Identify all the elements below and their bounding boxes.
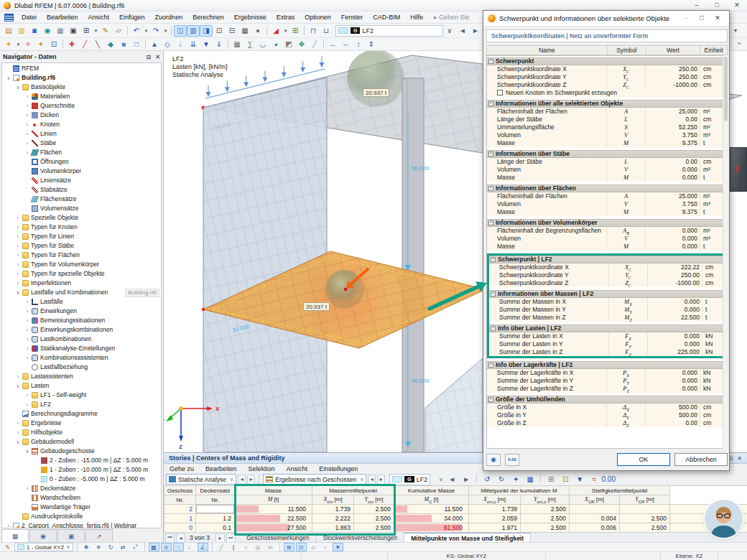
tree-expander-icon[interactable]: ›: [24, 111, 31, 120]
cell-deck-nr[interactable]: [196, 505, 235, 514]
select-box-icon[interactable]: ⊡: [47, 39, 60, 50]
cancel-button[interactable]: Abbrechen: [674, 453, 728, 466]
cell-value[interactable]: 2.500: [521, 523, 570, 533]
tree-item-1-zoben-10-000-m-z-5-000-m[interactable]: 1 - Zoben : -10.000 m | ΔZ : 5.000 m: [2, 465, 161, 475]
surface-new-icon[interactable]: ◆: [104, 39, 117, 50]
table-row[interactable]: 00.127.5001.8632.50061.5001.9712.5000.00…: [164, 523, 747, 533]
cell-value[interactable]: [570, 505, 620, 514]
parallel-icon[interactable]: ∥: [228, 543, 239, 551]
coordinate-system-combo[interactable]: 1 - Global XYZ ∨: [14, 543, 73, 551]
tree-item-typen-f-r-spezielle-objekte[interactable]: ›Typen für spezielle Objekte: [2, 269, 161, 279]
renumber-icon[interactable]: ⊟: [226, 25, 238, 37]
cell-cumulative-mass[interactable]: 34.000: [394, 514, 469, 523]
tree-item-dicken[interactable]: ›Dicken: [2, 111, 161, 120]
scale-icon[interactable]: ⤢: [130, 543, 141, 551]
load-line-icon[interactable]: ⇊: [187, 39, 200, 50]
select-mode-icon[interactable]: ✥: [81, 543, 92, 551]
tree-expander-icon[interactable]: ›: [24, 400, 31, 409]
menu-item-zuordnen[interactable]: Zuordnen: [150, 11, 188, 24]
tree-item-wandartige-tr-ger[interactable]: Wandartige Träger: [2, 503, 161, 512]
dialog-maximize-icon[interactable]: □: [695, 13, 709, 24]
filter-icon[interactable]: ▼: [573, 474, 586, 485]
z-caret-icon[interactable]: ▾: [282, 25, 289, 37]
dialog-scrollbar[interactable]: [723, 55, 728, 449]
snap-angle-icon[interactable]: ∠: [198, 543, 208, 551]
dialog-titlebar[interactable]: Schwerpunkt und Informationen über selek…: [483, 11, 729, 27]
tree-item-statikanalyse-einstellungen[interactable]: ›Statikanalyse-Einstellungen: [2, 344, 161, 353]
tree-item-hilfsobjekte[interactable]: ›Hilfsobjekte: [2, 428, 161, 437]
tree-expander-icon[interactable]: ›: [14, 213, 22, 223]
stories-menu-bearbeiten[interactable]: Bearbeiten: [200, 465, 243, 472]
tree-expander-icon[interactable]: ›: [14, 260, 22, 269]
rotate-icon[interactable]: ↻: [106, 543, 116, 551]
cell-value[interactable]: 2.500: [620, 523, 670, 533]
cell-value[interactable]: 1.863: [312, 523, 354, 533]
analysis-type-combo[interactable]: Statische Analyse∨: [166, 474, 236, 485]
rotate-left-icon[interactable]: ↺: [481, 474, 493, 485]
cell-value[interactable]: 2.059: [469, 514, 521, 523]
tree-expander-icon[interactable]: ›: [14, 223, 22, 232]
solid-new-icon[interactable]: ■: [117, 39, 130, 50]
navigator-dock-icon[interactable]: ⊡: [147, 54, 152, 60]
table-dd-icon[interactable]: ∨: [437, 474, 444, 485]
minus-icon[interactable]: −: [320, 543, 331, 551]
open-icon[interactable]: ▥: [15, 25, 28, 37]
tree-expander-icon[interactable]: ›: [24, 92, 31, 101]
cell-mass[interactable]: 11.500: [235, 505, 312, 514]
tree-item-materialien[interactable]: ›Materialien: [2, 92, 161, 101]
last-record-icon[interactable]: ⏭: [226, 533, 236, 543]
tree-item-bemessungssituationen[interactable]: ›Bemessungssituationen: [2, 316, 161, 325]
calc-icon[interactable]: ∑: [243, 39, 256, 50]
prev-record-icon[interactable]: ◄: [176, 533, 185, 543]
tree-item-fl-chens-tze[interactable]: Flächensätze: [2, 195, 161, 204]
tree-item-st-be[interactable]: ›Stäbe: [2, 139, 161, 148]
stories-menu-einstellungen[interactable]: Einstellungen: [313, 465, 363, 472]
tree-item-ergebnisse[interactable]: ›Ergebnisse: [2, 419, 161, 428]
collapse-icon[interactable]: −: [488, 101, 493, 106]
maximize-button[interactable]: □: [707, 0, 727, 11]
dialog-tab[interactable]: Schwerpunktkoordinaten | Netz an unverfo…: [486, 29, 728, 42]
collapse-icon[interactable]: −: [491, 257, 496, 262]
tree-expander-icon[interactable]: ›: [24, 344, 31, 353]
mirror-icon[interactable]: ⇄: [118, 543, 129, 551]
menu-item-extras[interactable]: Extras: [272, 11, 300, 24]
tree-item-typen-f-r-st-be[interactable]: ›Typen für Stäbe: [2, 241, 161, 251]
sync-icon[interactable]: ◉: [41, 25, 54, 37]
grid-icon[interactable]: ▦: [149, 543, 159, 551]
collapse-icon[interactable]: −: [488, 186, 493, 191]
checkbox[interactable]: [497, 90, 503, 95]
cell-mass[interactable]: 27.500: [235, 523, 312, 533]
story-down-icon[interactable]: ⊔: [320, 25, 333, 37]
tree-item-querschnitte[interactable]: ›Querschnitte: [2, 101, 161, 111]
section-header[interactable]: −Info über Lagerkräfte | LF2: [487, 361, 727, 369]
z-direction-icon[interactable]: ◢: [269, 25, 282, 37]
cell-value[interactable]: 0.004: [570, 514, 620, 523]
table-row[interactable]: 11.222.5002.2222.50034.0002.0592.5000.00…: [164, 514, 747, 523]
tree-item-lf1-self-weight[interactable]: ›LF1 - Self-weight: [2, 391, 161, 400]
table-prev-icon[interactable]: ◄: [445, 474, 458, 485]
select-caret-icon[interactable]: ▾: [15, 39, 22, 50]
member-new-icon[interactable]: ╲: [91, 39, 104, 50]
view-grid-icon[interactable]: ▥: [187, 25, 200, 37]
print-caret-icon[interactable]: ▾: [93, 25, 99, 37]
lc-next-icon[interactable]: ►: [469, 25, 482, 37]
snap-node-icon[interactable]: ⊙: [161, 543, 172, 551]
minimize-button[interactable]: –: [687, 0, 707, 11]
redo-caret-icon[interactable]: ▾: [162, 25, 169, 37]
dim2-icon[interactable]: ⇔: [339, 39, 352, 50]
load-node-icon[interactable]: ↓: [174, 39, 187, 50]
ok-button[interactable]: OK: [617, 453, 670, 466]
tree-item-kombinationsassistenten[interactable]: ›Kombinationsassistenten: [2, 353, 161, 363]
menu-item-fenster[interactable]: Fenster: [336, 11, 368, 24]
rotate-right-icon[interactable]: ↻: [495, 474, 508, 485]
support-icon[interactable]: ▲: [148, 39, 161, 50]
navigator-tab-data[interactable]: ▦: [1, 529, 29, 542]
tree-item-wandscheiben[interactable]: Wandscheiben: [2, 493, 161, 503]
dim1-icon[interactable]: ↔: [326, 39, 339, 50]
tree-item-imperfektionen[interactable]: ›Imperfektionen: [2, 279, 161, 288]
tree-item-typen-f-r-fl-chen[interactable]: ›Typen für Flächen: [2, 251, 161, 260]
dialog-close-icon[interactable]: ✕: [710, 13, 725, 24]
load-free-icon[interactable]: ⇓: [213, 39, 226, 50]
tree-expander-icon[interactable]: ›: [24, 101, 31, 111]
new-file-icon[interactable]: ▤: [2, 25, 15, 37]
